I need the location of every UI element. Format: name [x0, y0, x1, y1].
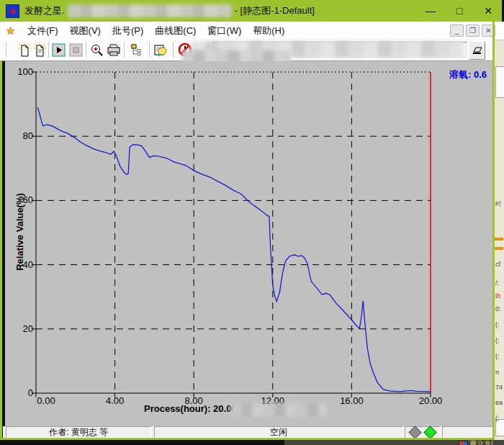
stop-button[interactable] [68, 41, 84, 58]
zoom-button[interactable] [89, 41, 104, 58]
window-title-suffix: - [静态图-1-Default] [235, 4, 315, 17]
status-state-pane: 空闲 [154, 426, 403, 438]
new-batch-button[interactable] [32, 41, 48, 58]
new-document-icon [18, 43, 32, 57]
menu-curve[interactable]: 曲线图(C) [149, 22, 202, 40]
x-axis-title: Process(hour): 20.00 [144, 403, 237, 414]
background-text-fragment: 时 [495, 200, 502, 207]
print-button[interactable] [106, 41, 121, 58]
taskbar-app-label: 曹义龙( [469, 440, 493, 445]
window-controls: — □ ✕ [424, 0, 495, 22]
x-tick-label: 4.00 [106, 395, 124, 406]
y-tick-label: 100 [17, 66, 33, 77]
run-icon [52, 43, 66, 57]
run-button[interactable] [51, 41, 66, 58]
report-icon [153, 43, 168, 57]
toolbar-separator [173, 42, 174, 58]
menu-batch[interactable]: 批号(P) [107, 22, 149, 40]
y-tick-label: 0 [28, 387, 33, 398]
taskbar-strip: 曹义龙( [284, 440, 504, 445]
dissolved-oxygen-readout: 溶氧: 0.6 [449, 68, 487, 81]
background-text-fragment: (: [495, 353, 500, 360]
menu-bar: ★ 文件(F) 视图(V) 批号(P) 曲线图(C) 窗口(W) 帮助(H) _… [0, 22, 504, 40]
menu-help[interactable]: 帮助(H) [247, 22, 290, 40]
window-border-right [492, 22, 495, 440]
toolbar-separator [124, 42, 125, 58]
status-empty-pane [442, 426, 494, 438]
background-text-fragment: (: [495, 321, 500, 328]
window-border-bottom [0, 438, 492, 440]
batch-tree-icon [130, 43, 144, 57]
mdi-restore-button[interactable]: ❐ [466, 24, 480, 37]
title-bar: ★ 发酵之星. - [静态图-1-Default] — □ ✕ [0, 0, 502, 22]
do-label: 溶氧: [449, 69, 471, 80]
zoom-icon [90, 43, 104, 57]
status-bar: 作者: 黄明志 等 空闲 [3, 426, 492, 438]
menu-window[interactable]: 窗口(W) [202, 22, 247, 40]
background-text-fragment: ea [495, 399, 503, 406]
toolbar-separator [149, 42, 150, 58]
background-text-fragment: n [495, 369, 499, 376]
menu-file[interactable]: 文件(F) [22, 22, 64, 40]
background-text-fragment: (: [495, 415, 500, 422]
close-button[interactable]: ✕ [482, 4, 495, 17]
orange-marker [495, 238, 503, 241]
status-author-pane: 作者: 黄明志 等 [6, 426, 151, 438]
redacted-xaxis-text [230, 403, 326, 416]
redacted-title-text [68, 4, 232, 17]
export-button[interactable] [469, 41, 485, 60]
y-axis-title: Relative Value(%) [14, 124, 27, 340]
x-tick-label: 0.00 [37, 395, 55, 406]
app-icon[interactable]: ★ [6, 4, 19, 18]
chart-svg: 0.004.008.0012.0016.0020.00020406080100 [5, 61, 492, 426]
chart-panel: 0.004.008.0012.0016.0020.00020406080100 … [5, 61, 492, 426]
export-icon [472, 45, 483, 55]
data-curve [37, 107, 431, 392]
status-state: 空闲 [270, 426, 287, 439]
window-title-prefix: 发酵之星. [24, 4, 65, 17]
print-icon [107, 43, 121, 57]
background-text-fragment: 0: [495, 305, 501, 313]
mdi-minimize-button[interactable]: _ [450, 24, 464, 37]
maximize-button[interactable]: □ [453, 4, 466, 17]
new-batch-document-icon [33, 43, 47, 57]
stop-icon [69, 43, 83, 57]
background-text-fragment: /: [495, 279, 499, 287]
mdi-window-controls: _ ❐ ✕ [450, 24, 495, 37]
window-border-left [0, 61, 2, 438]
batch-tree-button[interactable] [130, 41, 145, 58]
background-text-fragment: cf [495, 261, 500, 268]
taskbar-app-icon [459, 441, 468, 445]
orange-marker [495, 247, 503, 250]
menu-view[interactable]: 视图(V) [64, 22, 107, 40]
background-text-fragment: 74 [495, 384, 503, 391]
status-indicator-pane [405, 426, 441, 438]
report-button[interactable] [153, 41, 168, 58]
background-text-fragment: th [495, 292, 501, 300]
new-document-button[interactable] [17, 41, 32, 58]
toolbar-separator [86, 42, 87, 58]
background-window-strip: 时cf/:th0:(:(:(:n74ea(: [495, 22, 504, 445]
minimize-button[interactable]: — [424, 4, 437, 17]
green-diamond-indicator [423, 426, 436, 439]
background-text-fragment: (: [495, 337, 500, 344]
x-tick-label: 20.00 [419, 395, 443, 406]
status-author: 作者: 黄明志 等 [49, 426, 108, 439]
toolbar-separator [48, 42, 50, 58]
x-tick-label: 16.00 [340, 395, 364, 406]
desktop: 时cf/:th0:(:(:(:n74ea(: 曹义龙( ★ 发酵之星. - [静… [0, 0, 504, 445]
background-box [495, 66, 504, 98]
do-value: 0.6 [474, 69, 487, 80]
toolbar-separator [6, 42, 7, 58]
mdi-child-star-icon[interactable]: ★ [6, 25, 17, 37]
gray-diamond-indicator [408, 426, 421, 439]
